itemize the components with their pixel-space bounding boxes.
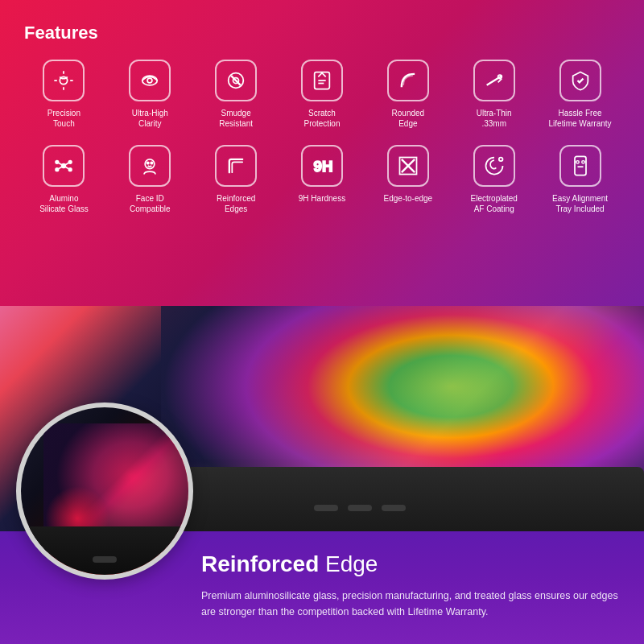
ultra-thin-icon (473, 60, 515, 101)
svg-rect-27 (575, 156, 586, 175)
scratch-protection-icon (301, 60, 343, 101)
phone-side-buttons (314, 505, 406, 511)
circle-port (93, 556, 117, 563)
svg-point-29 (581, 161, 584, 164)
svg-point-20 (147, 162, 149, 163)
svg-point-28 (576, 161, 579, 164)
face-id-label: Face IDCompatible (130, 193, 171, 214)
scratch-protection-label: ScratchProtection (303, 108, 340, 129)
svg-point-26 (499, 158, 503, 162)
top-section: Features PrecisionTouch Ultra-HighClarit… (0, 0, 644, 306)
smudge-resistant-icon (215, 60, 257, 101)
circle-inner (21, 407, 188, 575)
ultra-thin-label: Ultra-Thin.33mm (477, 108, 512, 129)
circle-zoom (16, 402, 193, 580)
page-wrapper: Features PrecisionTouch Ultra-HighClarit… (0, 0, 644, 644)
9h-hardness-label: 9H Hardness (299, 193, 345, 204)
reinforced-edges-label: ReinforcedEdges (217, 193, 255, 214)
feature-warranty: Hassle FreeLifetime Warranty (540, 60, 620, 129)
feature-smudge-resistant: SmudgeResistant (196, 60, 276, 129)
alumino-label: AluminoSilicate Glass (39, 193, 89, 214)
feature-rounded-edge: RoundedEdge (368, 60, 448, 129)
feature-edge-to-edge: Edge-to-edge (368, 145, 448, 214)
feature-scratch-protection: ScratchProtection (283, 60, 362, 129)
reinforced-edges-icon (215, 145, 257, 187)
feature-electroplated: ElectroplatedAF Coating (454, 145, 534, 214)
electroplated-label: ElectroplatedAF Coating (471, 193, 518, 214)
alumino-icon (43, 145, 85, 187)
phone-button-3 (382, 505, 406, 511)
rounded-edge-label: RoundedEdge (392, 108, 425, 129)
ultra-clarity-label: Ultra-HighClarity (132, 108, 168, 129)
feature-9h-hardness: 9H 9H Hardness (283, 145, 362, 214)
edge-to-edge-icon (387, 145, 429, 187)
title-bold: Reinforced (201, 551, 319, 576)
9h-hardness-icon: 9H (301, 145, 343, 187)
edge-to-edge-label: Edge-to-edge (384, 193, 433, 204)
features-row-1: PrecisionTouch Ultra-HighClarity SmudgeR… (24, 60, 620, 129)
precision-touch-label: PrecisionTouch (47, 108, 80, 129)
reinforced-edge-description: Premium aluminosilicate glass, precision… (201, 588, 620, 620)
warranty-label: Hassle FreeLifetime Warranty (549, 108, 612, 129)
features-heading: Features (24, 23, 620, 43)
svg-text:9H: 9H (313, 158, 332, 175)
alignment-tray-icon (559, 145, 601, 187)
svg-point-2 (147, 78, 152, 83)
smudge-resistant-label: SmudgeResistant (219, 108, 253, 129)
feature-reinforced-edges: ReinforcedEdges (196, 145, 276, 214)
rounded-edge-icon (387, 60, 429, 101)
phone-button-2 (348, 505, 372, 511)
bottom-section: Reinforced Edge Premium aluminosilicate … (0, 306, 644, 644)
svg-point-21 (151, 162, 152, 163)
title-light: Edge (319, 551, 378, 576)
precision-touch-icon (43, 60, 85, 101)
electroplated-icon (473, 145, 515, 187)
features-row-2: AluminoSilicate Glass Face IDCompatible … (24, 145, 620, 214)
feature-alignment-tray: Easy AlignmentTray Included (540, 145, 620, 214)
reinforced-edge-title: Reinforced Edge (201, 551, 620, 578)
content-area: Reinforced Edge Premium aluminosilicate … (201, 551, 620, 620)
feature-ultra-thin: Ultra-Thin.33mm (454, 60, 534, 129)
face-id-icon (129, 145, 171, 187)
feature-ultra-clarity: Ultra-HighClarity (110, 60, 190, 129)
feature-alumino: AluminoSilicate Glass (24, 145, 104, 214)
feature-precision-touch: PrecisionTouch (24, 60, 104, 129)
ultra-clarity-icon (129, 60, 171, 101)
circle-bottom (21, 526, 188, 575)
alignment-tray-label: Easy AlignmentTray Included (552, 193, 608, 214)
warranty-icon (559, 60, 601, 101)
phone-button-1 (314, 505, 338, 511)
feature-face-id: Face IDCompatible (110, 145, 190, 214)
